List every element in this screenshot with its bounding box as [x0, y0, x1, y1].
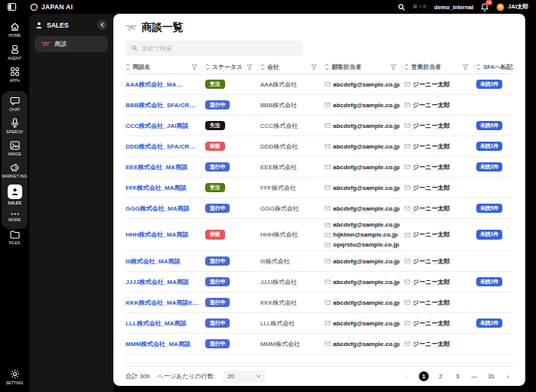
table-row[interactable]: III株式会社_MA商談 進行中 III株式会社 abcdefg@sample.… — [126, 251, 513, 272]
rows-per-page-select[interactable]: 20 — [223, 371, 266, 383]
column-header-deal-name[interactable]: 商談名 — [126, 63, 205, 71]
table-row[interactable]: AAA株式会社_MA… 受注 AAA株式会社 abcdefg@sample.co… — [126, 74, 513, 95]
company-cell: MMM株式会社 — [260, 340, 325, 348]
sales-rep-name: ジーニー太郎 — [413, 184, 449, 192]
notifications-button[interactable]: 13 — [481, 3, 489, 11]
table-row[interactable]: KKK株式会社_MA商談E… 進行中 KKK株式会社 abcdefg@sampl… — [126, 292, 513, 313]
deal-name-link[interactable]: EEE株式会社_MA商談 — [126, 164, 188, 171]
table-row[interactable]: JJJJ株式会社_MA商談 進行中 JJJJ株式会社 abcdefg@sampl… — [126, 272, 513, 292]
table-row[interactable]: FFF株式会社_MA商談 受注 FFF株式会社 abcdefg@sample.c… — [126, 178, 513, 198]
rail-item-agent[interactable]: AGENT — [2, 44, 28, 61]
filter-funnel-icon[interactable] — [462, 64, 469, 70]
mail-icon — [404, 300, 410, 305]
table-row[interactable]: DDD株式会社_SFA/CR… 保留 DDD株式会社 abcdefg@sampl… — [126, 136, 513, 157]
deal-name-link[interactable]: KKK株式会社_MA商談E… — [126, 299, 199, 306]
filter-funnel-icon[interactable] — [247, 64, 253, 70]
mail-icon — [404, 279, 410, 284]
table-row[interactable]: HHH株式会社_MA商談 保留 HHH株式会社 abcdefg@sample.c… — [126, 219, 513, 251]
sort-icon — [404, 64, 409, 70]
deal-name-link[interactable]: BBB株式会社_SFA/CR… — [126, 102, 195, 109]
mail-icon — [404, 185, 410, 190]
contact-email: abcdefg@sample.co.jp — [333, 122, 400, 129]
unread-badge[interactable]: 未読2件 — [476, 80, 502, 89]
mail-icon — [325, 103, 331, 107]
page-button-1[interactable]: 1 — [419, 371, 429, 381]
status-badge: 進行中 — [205, 277, 230, 286]
filter-funnel-icon[interactable] — [191, 64, 198, 70]
sales-rep-name: ジーニー太郎 — [413, 340, 449, 348]
table-row[interactable]: MMM株式会社_MA商談 進行中 MMM株式会社 abcdefg@sample.… — [126, 334, 513, 354]
deal-name-link[interactable]: LLL株式会社_MA商談 — [126, 320, 187, 327]
rail-item-chat[interactable]: CHAT — [2, 96, 28, 113]
filter-funnel-icon[interactable] — [311, 64, 317, 70]
sidebar-item-deals[interactable]: 商談 — [34, 36, 108, 52]
sales-rep-cell: ジーニー太郎 — [404, 230, 476, 239]
deal-name-link[interactable]: HHH株式会社_MA商談 — [126, 231, 188, 238]
mail-icon — [325, 300, 331, 305]
deal-name-link[interactable]: MMM株式会社_MA商談 — [126, 341, 191, 348]
filter-funnel-icon[interactable] — [391, 64, 397, 70]
workspace-selector[interactable]: demo_internal — [434, 4, 473, 11]
sort-icon — [205, 64, 210, 70]
prev-page-button[interactable]: ‹ — [402, 371, 412, 381]
pagination-ellipsis[interactable]: — — [469, 371, 479, 381]
rail-item-speech[interactable]: SPEECH — [2, 118, 28, 135]
deal-name-link[interactable]: GGG株式会社_MA商談 — [126, 205, 190, 212]
search-input[interactable] — [142, 45, 297, 52]
rail-item-files[interactable]: FILES — [2, 230, 28, 246]
table-row[interactable]: BBB株式会社_SFA/CR… 進行中 BBB株式会社 abcdefg@samp… — [126, 95, 513, 116]
deal-name-link[interactable]: III株式会社_MA商談 — [126, 258, 181, 265]
table-row[interactable]: LLL株式会社_MA商談 進行中 LLL株式会社 abcdefg@sample.… — [126, 313, 513, 334]
column-header-company[interactable]: 会社 — [260, 63, 325, 71]
column-header-sfa-transfer[interactable]: SFAへ転記 — [476, 63, 513, 71]
rail-item-sales[interactable]: SALES — [2, 185, 28, 206]
column-header-status[interactable]: ステータス — [205, 63, 260, 71]
table-row[interactable]: GGG株式会社_MA商談 進行中 GGG株式会社 abcdefg@sample.… — [126, 198, 513, 219]
page-button-31[interactable]: 31 — [486, 371, 496, 381]
sort-icon — [126, 64, 130, 70]
table-row[interactable]: EEE株式会社_MA商談 進行中 EEE株式会社 abcdefg@sample.… — [126, 157, 513, 178]
unread-badge[interactable]: 未読1件 — [476, 142, 502, 151]
collapse-sidebar-button[interactable] — [97, 20, 107, 30]
megaphone-icon — [10, 163, 20, 172]
deal-name-link[interactable]: JJJJ株式会社_MA商談 — [126, 279, 189, 286]
sales-rep-name: ジーニー太郎 — [413, 101, 449, 109]
page-button-2[interactable]: 2 — [436, 371, 446, 381]
sidebar-toggle-icon[interactable] — [8, 3, 16, 11]
deal-name-link[interactable]: DDD株式会社_SFA/CR… — [126, 143, 195, 150]
table-row[interactable]: CCC株式会社_JAI商談 失注 CCC株式会社 abcdefg@sample.… — [126, 116, 513, 136]
sales-rep-name: ジーニー太郎 — [413, 257, 449, 266]
page-button-3[interactable]: 3 — [453, 371, 462, 381]
rail-item-apps[interactable]: APPs — [2, 67, 28, 83]
company-cell: AAA株式会社 — [260, 80, 325, 89]
rail-item-more[interactable]: MORE — [2, 212, 28, 223]
contact-email: abcdefg@sample.co.jp — [333, 205, 400, 212]
contact-email: abcdefg@sample.co.jp — [333, 341, 400, 348]
unread-badge[interactable]: 未読2件 — [476, 277, 502, 286]
column-header-sales-rep[interactable]: 営業担当者 — [404, 63, 476, 71]
user-menu[interactable]: JAI太郎 — [496, 3, 528, 11]
deal-name-link[interactable]: AAA株式会社_MA… — [126, 81, 182, 88]
column-header-customer-contact[interactable]: 顧客担当者 — [325, 63, 404, 71]
rail-item-setting[interactable]: SETTING — [2, 369, 28, 386]
contact-email: abcdefg@sample.co.jp — [333, 221, 400, 228]
unread-badge[interactable]: 未読2件 — [476, 318, 502, 328]
deal-name-link[interactable]: CCC株式会社_JAI商談 — [126, 122, 188, 129]
search-icon[interactable] — [398, 4, 405, 11]
mail-icon — [325, 206, 331, 211]
sales-rep-name: ジーニー太郎 — [413, 163, 449, 172]
mail-icon — [325, 165, 331, 169]
rail-item-home[interactable]: HOME — [2, 22, 28, 38]
next-page-button[interactable]: › — [503, 371, 513, 381]
mail-icon — [404, 321, 410, 325]
unread-badge[interactable]: 未読1件 — [476, 230, 502, 239]
sales-rep-cell: ジーニー太郎 — [404, 299, 476, 307]
unread-badge[interactable]: 未読2件 — [476, 162, 502, 172]
sales-sidebar: SALES 商談 — [29, 14, 113, 392]
unread-badge[interactable]: 未読6件 — [476, 121, 502, 130]
rail-item-marketing[interactable]: MARKET ING — [2, 163, 28, 179]
unread-badge[interactable]: 未読5件 — [476, 204, 502, 213]
rail-item-image[interactable]: IMAGE — [2, 141, 28, 157]
deal-name-link[interactable]: FFF株式会社_MA商談 — [126, 185, 187, 191]
topbar: JAPAN AI ⌘ + K demo_internal 13 JAI太郎 — [0, 0, 536, 14]
